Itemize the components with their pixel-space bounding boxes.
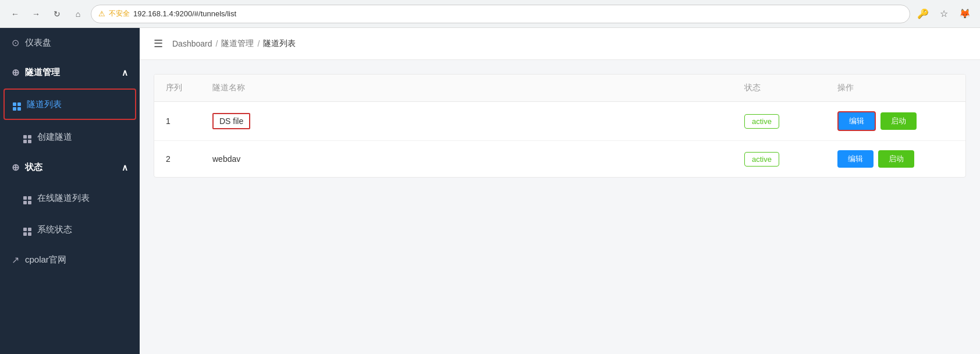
app-container: ⊙ 仪表盘 ⊕ 隧道管理 ∧ 隧道列表 <box>0 28 980 354</box>
sidebar-item-tunnel-mgmt-label: 隧道管理 <box>25 67 60 78</box>
row-2-edit-button[interactable]: 编辑 <box>837 150 874 168</box>
back-button[interactable]: ← <box>7 6 23 22</box>
reload-button[interactable]: ↻ <box>49 6 65 22</box>
th-actions: 操作 <box>837 83 954 93</box>
online-tunnels-icon <box>23 192 31 204</box>
tunnel-table: 序列 隧道名称 状态 操作 1 DS file active 编辑 <box>154 74 966 178</box>
table-header: 序列 隧道名称 状态 操作 <box>154 75 965 102</box>
sidebar-item-tunnel-mgmt[interactable]: ⊕ 隧道管理 ∧ <box>0 58 140 87</box>
sidebar-item-create-tunnel-label: 创建隧道 <box>37 132 72 143</box>
dashboard-icon: ⊙ <box>12 37 19 48</box>
chevron-up-icon: ∧ <box>122 68 128 78</box>
row-1-index: 1 <box>166 116 212 126</box>
table-row: 1 DS file active 编辑 启动 <box>154 102 965 141</box>
row-2-start-button[interactable]: 启动 <box>878 150 914 168</box>
row-2-status: active <box>744 152 837 167</box>
insecure-label: 不安全 <box>109 9 130 19</box>
address-bar[interactable]: ⚠ 不安全 192.168.1.4:9200/#/tunnels/list <box>91 5 910 23</box>
tunnel-mgmt-icon: ⊕ <box>12 67 19 78</box>
sidebar-item-dashboard[interactable]: ⊙ 仪表盘 <box>0 28 140 58</box>
status-icon: ⊕ <box>12 162 19 173</box>
sidebar-item-tunnel-list-label: 隧道列表 <box>27 99 62 110</box>
row-2-index: 2 <box>166 154 212 164</box>
content-area: 序列 隧道名称 状态 操作 1 DS file active 编辑 <box>140 60 980 354</box>
chevron-up-status-icon: ∧ <box>122 162 128 173</box>
tunnel-mgmt-left: ⊕ 隧道管理 <box>12 67 60 78</box>
row-1-status-badge: active <box>744 114 779 129</box>
key-icon-btn[interactable]: 🔑 <box>915 6 931 22</box>
breadcrumb: Dashboard / 隧道管理 / 隧道列表 <box>172 38 296 49</box>
external-link-icon: ↗ <box>12 254 19 266</box>
sidebar-item-create-tunnel[interactable]: 创建隧道 <box>0 121 140 153</box>
breadcrumb-sep-2: / <box>257 39 260 48</box>
system-status-icon <box>23 223 31 236</box>
row-2-status-badge: active <box>744 152 779 167</box>
sidebar-item-cpolar[interactable]: ↗ cpolar官网 <box>0 245 140 275</box>
sidebar-item-status[interactable]: ⊕ 状态 ∧ <box>0 153 140 182</box>
row-1-status: active <box>744 114 837 129</box>
breadcrumb-current: 隧道列表 <box>263 38 296 49</box>
home-button[interactable]: ⌂ <box>70 6 86 22</box>
forward-button[interactable]: → <box>28 6 44 22</box>
sidebar-item-cpolar-label: cpolar官网 <box>25 254 66 266</box>
browser-chrome: ← → ↻ ⌂ ⚠ 不安全 192.168.1.4:9200/#/tunnels… <box>0 0 980 28</box>
th-index: 序列 <box>166 83 212 93</box>
table-row: 2 webdav active 编辑 启动 <box>154 141 965 177</box>
sidebar-item-tunnel-list[interactable]: 隧道列表 <box>3 88 136 120</box>
breadcrumb-sep-1: / <box>216 39 218 48</box>
main-content: ☰ Dashboard / 隧道管理 / 隧道列表 序列 隧道名称 状态 操作 <box>140 28 980 354</box>
sidebar-item-dashboard-label: 仪表盘 <box>25 37 51 48</box>
row-1-actions: 编辑 启动 <box>837 111 954 131</box>
sidebar-item-online-tunnels-label: 在线隧道列表 <box>37 193 90 204</box>
sidebar-item-system-status-label: 系统状态 <box>37 224 72 235</box>
row-1-edit-button[interactable]: 编辑 <box>837 111 876 131</box>
row-2-name: webdav <box>212 154 744 164</box>
security-warning-icon: ⚠ <box>98 9 105 18</box>
profile-icon-btn[interactable]: 🦊 <box>957 6 973 22</box>
row-2-actions: 编辑 启动 <box>837 150 954 168</box>
tunnel-list-icon <box>13 98 21 111</box>
row-1-name: DS file <box>212 113 744 129</box>
breadcrumb-tunnel-mgmt[interactable]: 隧道管理 <box>221 38 254 49</box>
menu-toggle-icon[interactable]: ☰ <box>154 37 163 50</box>
top-bar: ☰ Dashboard / 隧道管理 / 隧道列表 <box>140 28 980 60</box>
sidebar: ⊙ 仪表盘 ⊕ 隧道管理 ∧ 隧道列表 <box>0 28 140 354</box>
sidebar-item-status-label: 状态 <box>25 162 42 173</box>
create-tunnel-icon <box>23 130 31 143</box>
sidebar-item-online-tunnels[interactable]: 在线隧道列表 <box>0 182 140 214</box>
th-status: 状态 <box>744 83 837 93</box>
browser-icons: 🔑 ☆ 🦊 <box>915 6 973 22</box>
sidebar-item-system-status[interactable]: 系统状态 <box>0 214 140 245</box>
row-2-name-text: webdav <box>212 154 240 164</box>
row-1-start-button[interactable]: 启动 <box>880 112 917 130</box>
status-left: ⊕ 状态 <box>12 162 42 173</box>
bookmark-icon-btn[interactable]: ☆ <box>936 6 952 22</box>
th-name: 隧道名称 <box>212 83 744 93</box>
url-text: 192.168.1.4:9200/#/tunnels/list <box>133 9 236 18</box>
row-1-name-text: DS file <box>212 113 250 129</box>
breadcrumb-dashboard[interactable]: Dashboard <box>172 39 212 48</box>
